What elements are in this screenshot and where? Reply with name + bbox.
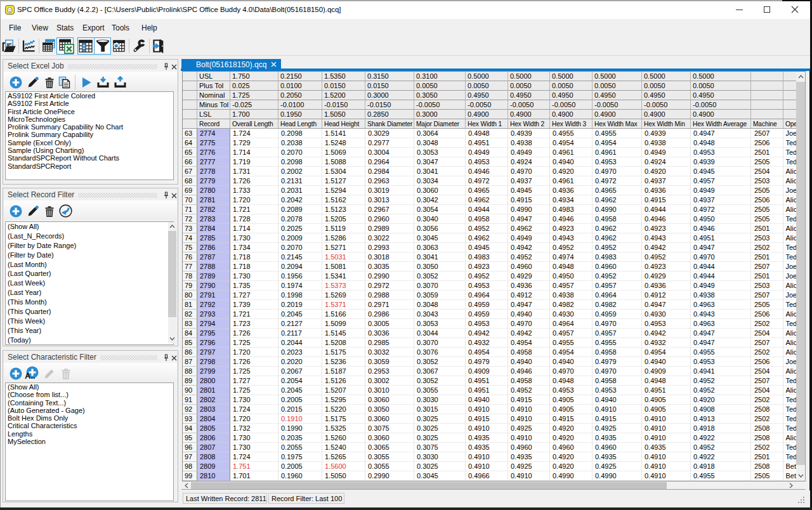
svg-text:A..: A.. xyxy=(25,371,36,380)
